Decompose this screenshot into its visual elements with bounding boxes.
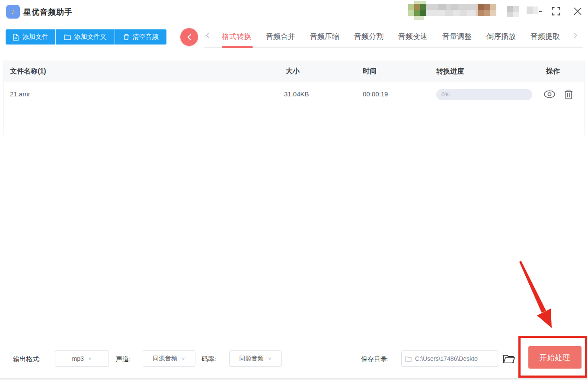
file-duration: 00:00:19 bbox=[363, 90, 388, 98]
censored-item bbox=[507, 6, 519, 17]
tab-audio-speed[interactable]: 音频变速 bbox=[398, 32, 428, 41]
col-progress: 转换进度 bbox=[436, 67, 464, 76]
window-bottom-edge bbox=[0, 379, 588, 379]
col-size: 大小 bbox=[286, 67, 300, 76]
tabs-scroll-left[interactable] bbox=[205, 32, 210, 41]
output-format-select[interactable]: mp3 ∨ bbox=[55, 350, 109, 367]
minimize-icon[interactable] bbox=[539, 11, 542, 12]
app-logo-icon: ♪ bbox=[6, 5, 20, 19]
add-file-button[interactable]: 添加文件 bbox=[6, 29, 55, 45]
save-dir-value: C:\Users\17486\Deskto bbox=[415, 355, 478, 362]
bitrate-select[interactable]: 同源音频 ∨ bbox=[229, 350, 282, 367]
chevron-down-icon: ∨ bbox=[88, 356, 92, 361]
output-format-value: mp3 bbox=[72, 355, 83, 362]
file-icon bbox=[13, 34, 19, 41]
folder-icon bbox=[405, 356, 412, 362]
chevron-right-icon bbox=[573, 32, 578, 39]
annotation-arrow bbox=[0, 0, 588, 382]
trash-icon bbox=[564, 89, 573, 99]
trash-icon bbox=[123, 34, 129, 40]
bitrate-value: 同源音频 bbox=[240, 355, 264, 363]
open-folder-icon bbox=[503, 353, 515, 364]
save-dir-input[interactable]: C:\Users\17486\Deskto bbox=[401, 350, 498, 367]
chevron-down-icon: ∨ bbox=[268, 356, 272, 361]
censored-user-info bbox=[408, 1, 497, 21]
close-button[interactable] bbox=[570, 3, 585, 19]
tabs-scroll-right[interactable] bbox=[573, 32, 578, 41]
table-row: 21.amr 31.04KB 00:00:19 0% bbox=[4, 82, 584, 107]
output-format-label: 输出格式: bbox=[13, 355, 41, 363]
col-time: 时间 bbox=[363, 67, 377, 76]
col-filename: 文件名称(1) bbox=[10, 67, 46, 76]
file-name: 21.amr bbox=[10, 90, 30, 98]
tab-reverse-play[interactable]: 倒序播放 bbox=[486, 32, 516, 41]
progress-label: 0% bbox=[441, 91, 450, 98]
progress-bar: 0% bbox=[436, 89, 532, 100]
title-bar: ♪ 星优音频助手 bbox=[0, 0, 588, 24]
bitrate-label: 码率: bbox=[201, 355, 216, 363]
tab-audio-extract[interactable]: 音频提取 bbox=[530, 32, 560, 41]
file-list-panel: 文件名称(1) 大小 时间 转换进度 操作 21.amr 31.04KB 00:… bbox=[3, 60, 585, 135]
folder-icon bbox=[64, 34, 71, 40]
table-header: 文件名称(1) 大小 时间 转换进度 操作 bbox=[4, 60, 584, 82]
fullscreen-corners-icon bbox=[552, 7, 560, 16]
tab-audio-merge[interactable]: 音频合并 bbox=[266, 32, 295, 41]
add-folder-button[interactable]: 添加文件夹 bbox=[55, 29, 115, 45]
chevron-left-icon bbox=[187, 34, 192, 41]
channel-label: 声道: bbox=[116, 355, 131, 363]
tab-volume-adjust[interactable]: 音量调整 bbox=[442, 32, 472, 41]
delete-button[interactable] bbox=[562, 88, 575, 101]
browse-folder-button[interactable] bbox=[502, 352, 516, 365]
tab-audio-split[interactable]: 音频分割 bbox=[354, 32, 383, 41]
maximize-button[interactable] bbox=[548, 3, 564, 19]
file-size: 31.04KB bbox=[284, 90, 309, 98]
tab-track bbox=[204, 47, 583, 48]
preview-button[interactable] bbox=[543, 88, 556, 101]
clear-audio-button[interactable]: 清空音频 bbox=[115, 29, 166, 45]
collapse-back-button[interactable] bbox=[180, 28, 198, 46]
app-title: 星优音频助手 bbox=[23, 7, 73, 17]
eye-icon bbox=[543, 90, 556, 99]
channel-value: 同源音频 bbox=[153, 355, 177, 363]
chevron-left-icon bbox=[205, 32, 210, 39]
tab-format-convert[interactable]: 格式转换 bbox=[222, 32, 251, 41]
channel-select[interactable]: 同源音频 ∨ bbox=[143, 350, 195, 367]
x-icon bbox=[573, 7, 582, 16]
censored-item bbox=[527, 6, 538, 14]
chevron-down-icon: ∨ bbox=[182, 356, 185, 361]
start-process-button[interactable]: 开始处理 bbox=[528, 346, 582, 369]
tab-audio-compress[interactable]: 音频压缩 bbox=[310, 32, 339, 41]
tab-active-indicator bbox=[222, 46, 253, 48]
feature-tabs: 格式转换 音频合并 音频压缩 音频分割 音频变速 音量调整 倒序播放 音频提取 bbox=[222, 32, 560, 41]
col-operations: 操作 bbox=[546, 67, 560, 76]
file-toolbar: 添加文件 添加文件夹 清空音频 bbox=[6, 29, 166, 45]
save-dir-label: 保存目录: bbox=[361, 355, 389, 363]
settings-bar: 输出格式: mp3 ∨ 声道: 同源音频 ∨ 码率: 同源音频 ∨ 保存目录: … bbox=[0, 333, 588, 379]
